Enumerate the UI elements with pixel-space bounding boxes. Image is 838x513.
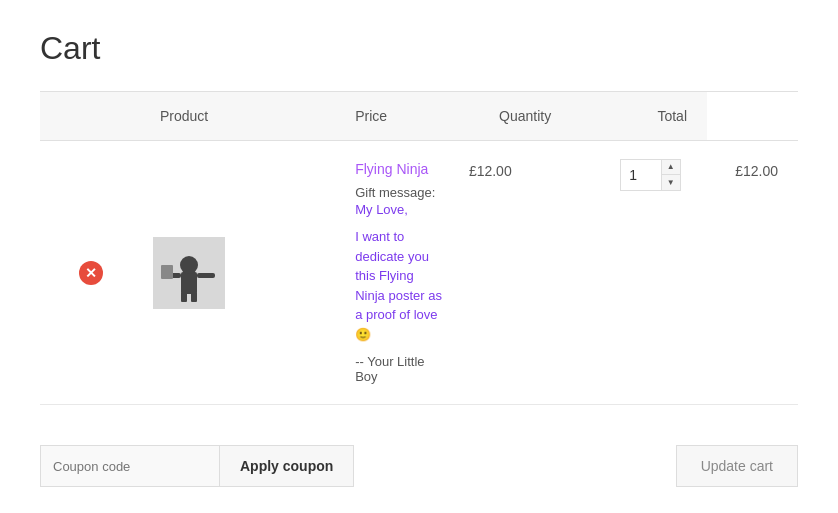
product-image-cell xyxy=(141,141,343,405)
svg-rect-1 xyxy=(181,272,197,294)
table-header-row: Product Price Quantity Total xyxy=(40,92,798,141)
col-header-product: Product xyxy=(40,92,343,141)
gift-to: My Love, xyxy=(355,202,445,217)
gift-signature: -- Your Little Boy xyxy=(355,354,445,384)
quantity-down-button[interactable]: ▼ xyxy=(662,175,680,190)
svg-rect-6 xyxy=(191,292,197,302)
gift-label: Gift message: xyxy=(355,185,445,200)
product-total-cell: £12.00 xyxy=(707,141,798,405)
table-row: ✕ xyxy=(40,141,798,405)
quantity-input[interactable] xyxy=(621,160,661,190)
col-header-price: Price xyxy=(343,92,457,141)
product-name: Flying Ninja xyxy=(355,161,445,177)
quantity-up-button[interactable]: ▲ xyxy=(662,160,680,175)
quantity-spinners: ▲ ▼ xyxy=(661,160,680,190)
svg-rect-5 xyxy=(181,292,187,302)
product-image xyxy=(153,237,225,309)
remove-item-button[interactable]: ✕ xyxy=(79,261,103,285)
product-thumbnail xyxy=(153,237,225,309)
product-total: £12.00 xyxy=(735,163,778,179)
page-title: Cart xyxy=(40,30,798,67)
remove-cell: ✕ xyxy=(40,141,141,405)
coupon-area: Apply coupon xyxy=(40,445,354,487)
product-price-cell: £12.00 xyxy=(457,141,593,405)
coupon-input[interactable] xyxy=(40,445,220,487)
svg-rect-4 xyxy=(197,273,215,278)
cart-footer: Apply coupon Update cart xyxy=(40,435,798,487)
product-price: £12.00 xyxy=(469,163,512,179)
product-quantity-cell: ▲ ▼ xyxy=(593,141,707,405)
quantity-wrapper: ▲ ▼ xyxy=(620,159,681,191)
update-cart-button[interactable]: Update cart xyxy=(676,445,798,487)
svg-point-2 xyxy=(180,256,198,274)
col-header-total: Total xyxy=(593,92,707,141)
product-info-cell: Flying Ninja Gift message: My Love, I wa… xyxy=(343,141,457,405)
svg-rect-7 xyxy=(161,265,173,279)
gift-body: I want to dedicate you this Flying Ninja… xyxy=(355,227,445,344)
apply-coupon-button[interactable]: Apply coupon xyxy=(220,445,354,487)
col-header-quantity: Quantity xyxy=(457,92,593,141)
cart-table: Product Price Quantity Total ✕ xyxy=(40,91,798,405)
